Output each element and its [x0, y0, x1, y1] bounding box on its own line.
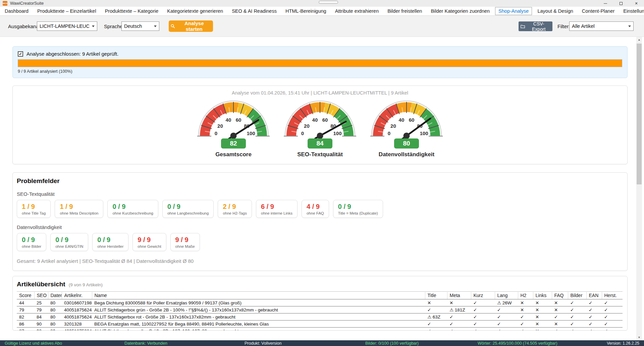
table-row[interactable]: 8284804005187562415ALLIT Sichtlagerbox r…	[17, 313, 623, 321]
stat-value: 0 / 9	[167, 203, 209, 211]
tab-shop-analyse[interactable]: Shop-Analyse	[495, 7, 532, 15]
cell: 0301660719807	[62, 299, 92, 306]
stat-label: ohne Bilder	[22, 244, 41, 248]
chevron-down-icon	[154, 25, 157, 27]
language-select[interactable]: Deutsch	[121, 21, 159, 31]
cell: 4005187562415	[62, 313, 92, 321]
tab-layout-design[interactable]: Layout & Design	[533, 7, 577, 15]
search-icon	[171, 24, 175, 28]
stat-value: 9 / 9	[175, 236, 195, 244]
statusbar-item: Version: 1.26.2.25	[607, 341, 639, 346]
tab-content-planer[interactable]: Content-Planer	[578, 7, 619, 15]
tab-einstellungen[interactable]: Einstellungen	[619, 7, 644, 15]
column-header-herst: Herst.	[602, 292, 623, 299]
cell: 92	[34, 328, 48, 331]
table-row[interactable]: 8690803201328BEGA Ersatzglas matt, 11002…	[17, 321, 623, 328]
status-mark: ✕	[447, 299, 471, 306]
minimize-button[interactable]	[598, 0, 613, 7]
folder-icon	[521, 24, 525, 28]
start-analysis-label: Analyse starten	[177, 20, 211, 32]
vertical-scrollbar[interactable]	[636, 37, 642, 340]
csv-export-button[interactable]: CSV-Export	[519, 21, 552, 31]
table-row[interactable]: 8792804005187562422ALLIT Sichtlagerbox g…	[17, 328, 623, 331]
cell: 87	[17, 328, 34, 331]
status-mark: ✓	[495, 306, 518, 313]
cell: 44	[17, 299, 34, 306]
problem-fields-title: Problemfelder	[17, 177, 623, 185]
filter-select[interactable]: Alle Artikel	[569, 21, 634, 31]
close-button[interactable]	[629, 0, 644, 7]
scroll-up-button[interactable]	[636, 37, 642, 43]
cell: 3201328	[62, 321, 92, 328]
stat-label: ohne Meta Description	[60, 211, 98, 215]
app-logo-icon: WCS	[3, 1, 7, 6]
gauge-datenvollständigkeit: 02040608010080Datenvollständigkeit	[363, 98, 450, 158]
status-mark: ✓	[602, 306, 623, 313]
status-mark: ✕	[533, 299, 552, 306]
tab-bilder-kategorien-zuordnen[interactable]: Bilder Kategorien zuordnen	[426, 7, 494, 15]
tab-dashboard[interactable]: Dashboard	[0, 7, 33, 15]
cell: ALLIT Sichtlagerbox grün - Größe 2B - 10…	[92, 306, 425, 313]
scroll-down-button[interactable]	[636, 335, 642, 340]
svg-text:60: 60	[409, 117, 415, 123]
tab-html-bereinigung[interactable]: HTML-Bereinigung	[281, 7, 331, 15]
tab-kategorietexte-generieren[interactable]: Kategorietexte generieren	[163, 7, 227, 15]
table-row[interactable]: 7979804005187562439ALLIT Sichtlagerbox g…	[17, 306, 623, 313]
tab-produkttexte-einzelartikel[interactable]: Produkttexte – Einzelartikel	[33, 7, 101, 15]
stat-label: Title = Meta (Duplicate)	[338, 211, 378, 215]
status-mark: ✓	[568, 299, 586, 306]
output-channel-select[interactable]: LICHT-LAMPEN-LEUCHTMITT	[37, 21, 97, 31]
table-body: 4425800301660719807Bega Dichtung 8300058…	[17, 299, 623, 331]
status-mark: ✓	[586, 328, 602, 331]
progress-bar	[18, 59, 622, 67]
status-mark: ✓	[518, 328, 533, 331]
table-row[interactable]: 4425800301660719807Bega Dichtung 8300058…	[17, 299, 623, 306]
stat-value: 2 / 9	[223, 203, 247, 211]
stat-ohne-ean-gtin: 0 / 9ohne EAN/GTIN	[50, 233, 88, 251]
column-header-title: Title	[425, 292, 447, 299]
tab-attribute-extrahieren[interactable]: Attribute extrahieren	[331, 7, 383, 15]
cell: 79	[17, 306, 34, 313]
maximize-button[interactable]	[613, 0, 629, 7]
stat-ohne-h2-tags: 2 / 9ohne H2-Tags	[218, 200, 252, 218]
status-mark: ✕	[533, 306, 552, 313]
snap-handle[interactable]	[319, 1, 338, 4]
scrollbar-thumb[interactable]	[637, 44, 642, 184]
start-analysis-button[interactable]: Analyse starten	[169, 20, 213, 32]
column-header-meta: Meta	[447, 292, 471, 299]
tab-produkttexte-kategorie[interactable]: Produkttexte – Kategorie	[101, 7, 163, 15]
cell: 80	[48, 321, 62, 328]
stat-value: 4 / 9	[307, 203, 324, 211]
status-mark: ✓	[495, 328, 518, 331]
status-mark: ✕	[518, 299, 533, 306]
tab-seo-ai-readiness[interactable]: SEO & AI Readiness	[227, 7, 281, 15]
status-mark: ⚠ 26W	[495, 299, 518, 306]
statusbar-item: Datenbank: Verbunden	[124, 341, 167, 346]
analysis-summary: Gesamt: 9 Artikel analysiert | SEO-Textq…	[17, 258, 623, 264]
stat-ohne-title-tag: 1 / 9ohne Title Tag	[17, 200, 51, 218]
gauge-title: SEO-Textqualität	[297, 151, 343, 158]
cell: 4005187562422	[62, 328, 92, 331]
status-bar: Gültige Lizenz und aktives AboDatenbank:…	[0, 340, 644, 346]
output-channel-value: LICHT-LAMPEN-LEUCHTMITT	[40, 23, 89, 29]
group-title-seo-textqualität: SEO-Textqualität	[17, 191, 623, 197]
status-mark: ✕	[552, 321, 568, 328]
column-header-h2: H2	[518, 292, 533, 299]
stat-ohne-langbeschreibung: 0 / 9ohne Langbeschreibung	[162, 200, 214, 218]
maximize-icon	[620, 2, 623, 5]
cell: 80	[48, 313, 62, 321]
status-mark: ✓	[552, 328, 568, 331]
gauge-value-badge: 84	[308, 138, 332, 149]
stat-ohne-bilder: 0 / 9ohne Bilder	[17, 233, 46, 251]
status-mark: ✓	[447, 313, 471, 321]
column-header-seo: SEO	[34, 292, 48, 299]
status-mark: ✓	[518, 321, 533, 328]
svg-text:0: 0	[388, 130, 390, 136]
gauge-value-badge: 80	[394, 138, 419, 149]
progress-text: 9 / 9 Artikel analysiert (100%)	[18, 69, 622, 74]
tab-bilder-freistellen[interactable]: Bilder freistellen	[383, 7, 426, 15]
stat-ohne-interne-links: 6 / 9ohne interne Links	[256, 200, 298, 218]
status-mark: ✓	[471, 306, 495, 313]
score-gauges-card: Analyse vom 01.04.2026, 15:41 Uhr | LICH…	[12, 85, 628, 164]
status-mark: ✓	[586, 306, 602, 313]
